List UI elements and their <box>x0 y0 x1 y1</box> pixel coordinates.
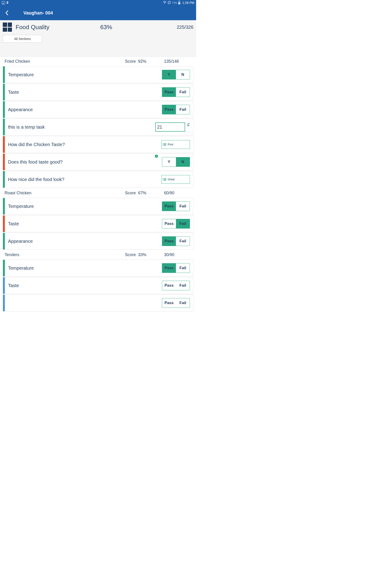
status-bar: 𝕿 71% 1:28 PM <box>0 0 196 6</box>
section-score: Score 92% <box>125 59 164 64</box>
task-row: How did the Chicken Taste?Poor <box>3 136 193 153</box>
toggle: PassFail <box>162 219 190 229</box>
task-row: TemperaturePassFail <box>3 259 193 277</box>
task-label: How nice did the food look? <box>5 177 161 182</box>
all-sections-button[interactable]: All Sections <box>3 35 42 43</box>
picture-icon <box>2 1 5 4</box>
svg-point-0 <box>165 3 165 3</box>
status-bar-strip <box>3 171 5 188</box>
task-control: PassFail <box>162 263 193 273</box>
task-control: F <box>155 122 193 132</box>
toggle: PassFail <box>162 281 190 290</box>
status-bar-strip <box>3 119 5 135</box>
select-box[interactable]: Great <box>161 175 190 184</box>
task-label: Temperature <box>5 266 162 271</box>
status-bar-strip <box>3 154 5 170</box>
status-bar-strip <box>3 136 5 153</box>
summary-title: Food Quality <box>16 24 49 31</box>
status-bar-strip <box>3 101 5 118</box>
toggle-option-right[interactable]: Fail <box>176 263 190 273</box>
toggle-option-right[interactable]: N <box>176 157 190 166</box>
summary-count: 225/326 <box>177 25 193 30</box>
status-bar-strip <box>3 295 5 311</box>
section-score: Score 33% <box>125 252 164 257</box>
battery-icon <box>178 1 180 4</box>
toggle-option-right[interactable]: Fail <box>176 298 190 308</box>
task-label: Temperature <box>5 72 162 78</box>
wifi-icon <box>163 1 167 5</box>
toggle-option-left[interactable]: Pass <box>162 281 176 290</box>
list-icon <box>164 178 166 181</box>
task-control: YN <box>162 70 193 79</box>
task-control: YN <box>162 157 193 167</box>
app-bar: Vaughan- 004 <box>0 6 196 20</box>
status-bar-strip <box>3 66 5 83</box>
status-bar-strip <box>3 260 5 276</box>
status-bar-strip <box>3 198 5 215</box>
battery-percent: 71% <box>172 1 177 4</box>
task-row: TastePassFail <box>3 277 193 294</box>
toggle-option-right[interactable]: Fail <box>176 281 190 290</box>
task-row: AppearancePassFail <box>3 233 193 250</box>
toggle-option-left[interactable]: Y <box>162 157 176 166</box>
toggle-option-right[interactable]: N <box>176 70 190 79</box>
toggle-option-left[interactable]: Pass <box>162 87 176 97</box>
task-label: Temperature <box>5 204 162 209</box>
status-bar-strip <box>3 277 5 294</box>
task-control: Great <box>161 175 193 184</box>
task-control: PassFail <box>162 236 193 246</box>
toggle: YN <box>162 70 190 79</box>
toggle-option-left[interactable]: Y <box>162 70 176 79</box>
task-label: this is a temp task <box>5 124 155 130</box>
info-icon[interactable]: i <box>155 155 158 158</box>
task-label: Appearance <box>5 239 162 244</box>
toggle-option-right[interactable]: Fail <box>176 105 190 114</box>
summary-percent: 63% <box>100 24 112 31</box>
task-row: this is a temp taskF <box>3 119 193 136</box>
task-label: Taste <box>5 283 162 288</box>
task-row: TastePassFail <box>3 215 193 232</box>
task-row: How nice did the food look?Great <box>3 171 193 188</box>
toggle-option-left[interactable]: Pass <box>162 237 176 246</box>
toggle-option-left[interactable]: Pass <box>162 263 176 273</box>
toggle-option-left[interactable]: Pass <box>162 298 176 308</box>
summary-panel: Food Quality 63% 225/326 All Sections <box>0 20 196 57</box>
unit-label: F <box>187 123 190 128</box>
toggle: YN <box>162 157 190 167</box>
toggle-option-left[interactable]: Pass <box>162 105 176 114</box>
toggle: PassFail <box>162 236 190 246</box>
toggle-option-left[interactable]: Pass <box>162 219 176 228</box>
task-row: PassFail <box>3 294 193 311</box>
status-bar-strip <box>3 233 5 250</box>
select-value: Great <box>168 178 175 181</box>
toggle-option-right[interactable]: Fail <box>176 219 190 228</box>
toggle-option-right[interactable]: Fail <box>176 202 190 211</box>
numeric-input[interactable] <box>155 122 185 132</box>
task-label: Appearance <box>5 107 162 112</box>
section-header: Fried ChickenScore 92%135/146 <box>0 57 196 66</box>
task-control: PassFail <box>162 201 193 211</box>
section-score: Score 67% <box>125 191 164 195</box>
select-box[interactable]: Poor <box>161 140 190 149</box>
toggle-option-right[interactable]: Fail <box>176 237 190 246</box>
task-row: TastePassFail <box>3 84 193 101</box>
toggle-option-right[interactable]: Fail <box>176 87 190 97</box>
page-title: Vaughan- 004 <box>23 10 53 16</box>
section-name: Roast Chicken <box>5 191 125 195</box>
back-button[interactable] <box>3 9 10 17</box>
section-header: TendersScore 33%30/90 <box>0 250 196 259</box>
task-control: PassFail <box>162 281 193 290</box>
task-row: AppearancePassFail <box>3 101 193 118</box>
section-count: 135/146 <box>164 59 192 64</box>
task-control: PassFail <box>162 219 193 229</box>
task-label: Does this food taste good? <box>5 159 162 165</box>
task-control: PassFail <box>162 87 193 97</box>
toggle-option-left[interactable]: Pass <box>162 202 176 211</box>
task-control: PassFail <box>162 105 193 114</box>
task-label: Taste <box>5 90 162 95</box>
grid-icon[interactable] <box>3 23 12 32</box>
no-sim-icon <box>168 1 171 5</box>
task-row: Does this food taste good?iYN <box>3 153 193 170</box>
toggle: PassFail <box>162 263 190 273</box>
clock: 1:28 PM <box>182 1 194 5</box>
